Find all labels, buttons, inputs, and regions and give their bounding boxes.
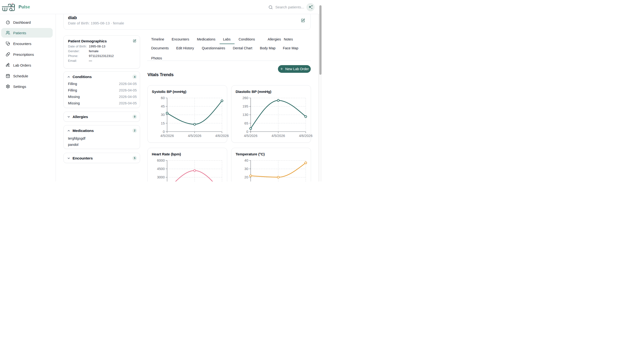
- svg-text:0: 0: [246, 130, 248, 133]
- svg-text:260: 260: [242, 96, 248, 100]
- svg-text:3000: 3000: [157, 175, 165, 179]
- svg-text:65: 65: [244, 121, 248, 125]
- svg-text:15: 15: [161, 121, 165, 125]
- svg-text:4/5/2026: 4/5/2026: [188, 134, 201, 138]
- svg-text:0: 0: [163, 130, 165, 133]
- svg-text:4/6/2026: 4/6/2026: [215, 134, 229, 138]
- svg-text:130: 130: [242, 113, 248, 116]
- svg-text:4/5/2026: 4/5/2026: [160, 134, 174, 138]
- svg-text:195: 195: [242, 104, 248, 108]
- svg-text:30: 30: [161, 113, 165, 116]
- svg-text:20: 20: [244, 175, 248, 179]
- svg-text:45: 45: [161, 104, 165, 108]
- svg-text:60: 60: [161, 96, 165, 100]
- svg-text:4/5/2026: 4/5/2026: [272, 134, 285, 138]
- svg-text:6000: 6000: [157, 158, 165, 162]
- svg-text:4/5/2026: 4/5/2026: [244, 134, 257, 138]
- svg-text:4500: 4500: [157, 167, 165, 171]
- svg-text:4/6/2026: 4/6/2026: [299, 134, 312, 138]
- svg-text:30: 30: [244, 167, 248, 171]
- svg-text:40: 40: [244, 158, 248, 162]
